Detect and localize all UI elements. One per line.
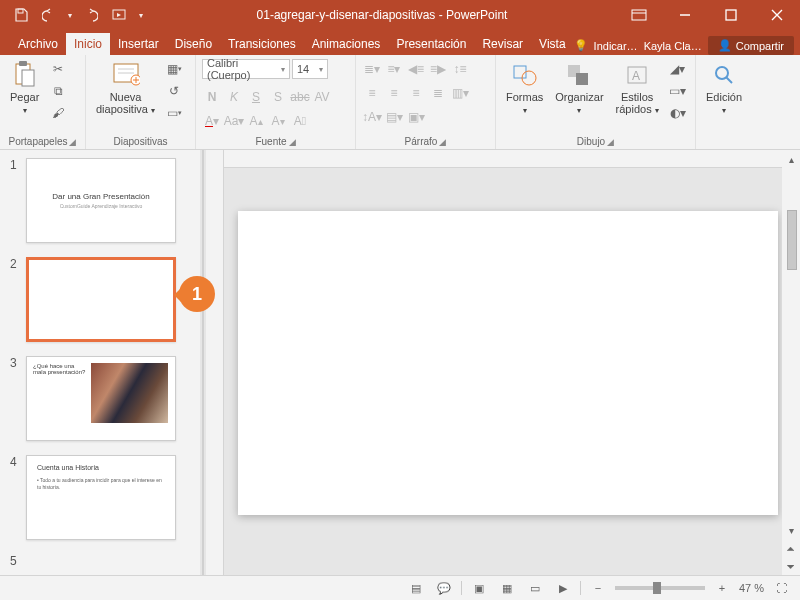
strikethrough-icon[interactable]: abc [290, 87, 310, 107]
shapes-button[interactable]: Formas▾ [502, 59, 547, 118]
thumb-row[interactable]: 1 Dar una Gran Presentación CustomGuide … [10, 158, 196, 243]
font-color-icon[interactable]: A▾ [202, 111, 222, 131]
slide-thumb-3[interactable]: ¿Qué hace una mala presentación? [26, 356, 176, 441]
copy-icon[interactable]: ⧉ [47, 81, 69, 101]
start-from-beginning-icon[interactable] [106, 2, 132, 28]
share-button[interactable]: 👤 Compartir [708, 36, 794, 55]
align-text-icon[interactable]: ▤▾ [384, 107, 404, 127]
zoom-out-icon[interactable]: − [587, 579, 609, 597]
thumb-number: 3 [10, 356, 20, 370]
zoom-in-icon[interactable]: + [711, 579, 733, 597]
justify-icon[interactable]: ≣ [428, 83, 448, 103]
zoom-slider[interactable] [615, 586, 705, 590]
align-left-icon[interactable]: ≡ [362, 83, 382, 103]
tab-review[interactable]: Revisar [474, 33, 531, 55]
cut-icon[interactable]: ✂ [47, 59, 69, 79]
shape-outline-icon[interactable]: ▭▾ [667, 81, 689, 101]
qat-dropdown-icon[interactable]: ▾ [134, 2, 148, 28]
shape-effects-icon[interactable]: ◐▾ [667, 103, 689, 123]
grow-font-icon[interactable]: A▴ [246, 111, 266, 131]
minimize-icon[interactable] [662, 0, 708, 30]
zoom-value[interactable]: 47 % [739, 582, 764, 594]
undo-icon[interactable] [36, 2, 62, 28]
ribbon-display-icon[interactable] [616, 0, 662, 30]
tab-file[interactable]: Archivo [10, 33, 66, 55]
scrollbar-thumb[interactable] [787, 210, 797, 270]
change-case-icon[interactable]: Aa▾ [224, 111, 244, 131]
slideshow-view-icon[interactable]: ▶ [552, 579, 574, 597]
fit-window-icon[interactable]: ⛶ [770, 579, 792, 597]
vertical-scrollbar[interactable]: ▴ ▾ ⏶ ⏷ [782, 150, 800, 575]
user-name[interactable]: Kayla Cla… [644, 40, 702, 52]
thumb-row[interactable]: 4 Cuenta una Historia • Todo a tu audien… [10, 455, 196, 540]
tab-home[interactable]: Inicio [66, 33, 110, 55]
reset-icon[interactable]: ↺ [163, 81, 185, 101]
bold-icon[interactable]: N [202, 87, 222, 107]
dialog-launcher-icon[interactable]: ◢ [439, 137, 446, 147]
font-name-value: Calibri (Cuerpo) [207, 57, 281, 81]
thumb-row[interactable]: 3 ¿Qué hace una mala presentación? [10, 356, 196, 441]
tab-view[interactable]: Vista [531, 33, 573, 55]
editing-button[interactable]: Edición▾ [702, 59, 746, 118]
shape-fill-icon[interactable]: ◢▾ [667, 59, 689, 79]
char-spacing-icon[interactable]: AV [312, 87, 332, 107]
thumbnail-pane[interactable]: 1 Dar una Gran Presentación CustomGuide … [0, 150, 200, 575]
sorter-view-icon[interactable]: ▦ [496, 579, 518, 597]
arrange-button[interactable]: Organizar▾ [551, 59, 607, 118]
line-spacing-icon[interactable]: ↕≡ [450, 59, 470, 79]
scroll-up-icon[interactable]: ▴ [782, 150, 800, 168]
dialog-launcher-icon[interactable]: ◢ [289, 137, 296, 147]
slide-thumb-2[interactable] [26, 257, 176, 342]
shrink-font-icon[interactable]: A▾ [268, 111, 288, 131]
comments-icon[interactable]: 💬 [433, 579, 455, 597]
numbering-icon[interactable]: ≡▾ [384, 59, 404, 79]
reading-view-icon[interactable]: ▭ [524, 579, 546, 597]
new-slide-button[interactable]: Nueva diapositiva ▾ [92, 59, 159, 118]
tab-insert[interactable]: Insertar [110, 33, 167, 55]
align-right-icon[interactable]: ≡ [406, 83, 426, 103]
prev-slide-icon[interactable]: ⏶ [782, 539, 800, 557]
tab-slideshow[interactable]: Presentación [388, 33, 474, 55]
increase-indent-icon[interactable]: ≡▶ [428, 59, 448, 79]
zoom-thumb[interactable] [653, 582, 661, 594]
clear-format-icon[interactable]: A⃠ [290, 111, 310, 131]
font-name-select[interactable]: Calibri (Cuerpo)▾ [202, 59, 290, 79]
layout-icon[interactable]: ▦▾ [163, 59, 185, 79]
scroll-down-icon[interactable]: ▾ [782, 521, 800, 539]
quick-styles-button[interactable]: A Estilos rápidos ▾ [612, 59, 663, 118]
dialog-launcher-icon[interactable]: ◢ [69, 137, 76, 147]
slide-thumb-4[interactable]: Cuenta una Historia • Todo a tu audienci… [26, 455, 176, 540]
align-center-icon[interactable]: ≡ [384, 83, 404, 103]
next-slide-icon[interactable]: ⏷ [782, 557, 800, 575]
tab-animations[interactable]: Animaciones [304, 33, 389, 55]
undo-dropdown-icon[interactable]: ▾ [64, 2, 76, 28]
text-shadow-icon[interactable]: S [268, 87, 288, 107]
italic-icon[interactable]: K [224, 87, 244, 107]
decrease-indent-icon[interactable]: ◀≡ [406, 59, 426, 79]
maximize-icon[interactable] [708, 0, 754, 30]
underline-icon[interactable]: S [246, 87, 266, 107]
tellme-text[interactable]: Indicar… [594, 40, 638, 52]
bullets-icon[interactable]: ≣▾ [362, 59, 382, 79]
redo-icon[interactable] [78, 2, 104, 28]
normal-view-icon[interactable]: ▣ [468, 579, 490, 597]
format-painter-icon[interactable]: 🖌 [47, 103, 69, 123]
section-icon[interactable]: ▭▾ [163, 103, 185, 123]
smartart-icon[interactable]: ▣▾ [406, 107, 426, 127]
text-direction-icon[interactable]: ↕A▾ [362, 107, 382, 127]
svg-line-20 [726, 77, 732, 83]
tab-transitions[interactable]: Transiciones [220, 33, 304, 55]
paste-button[interactable]: Pegar▾ [6, 59, 43, 118]
slide-canvas[interactable] [238, 211, 778, 515]
save-icon[interactable] [8, 2, 34, 28]
thumb-subtitle: CustomGuide Aprendizaje Interactivo [60, 203, 143, 209]
slide-thumb-1[interactable]: Dar una Gran Presentación CustomGuide Ap… [26, 158, 176, 243]
font-size-select[interactable]: 14▾ [292, 59, 328, 79]
tab-design[interactable]: Diseño [167, 33, 220, 55]
close-icon[interactable] [754, 0, 800, 30]
columns-icon[interactable]: ▥▾ [450, 83, 470, 103]
dialog-launcher-icon[interactable]: ◢ [607, 137, 614, 147]
notes-icon[interactable]: ▤ [405, 579, 427, 597]
tellme-icon[interactable]: 💡 [574, 39, 588, 52]
thumb-row[interactable]: 5 [10, 554, 196, 568]
